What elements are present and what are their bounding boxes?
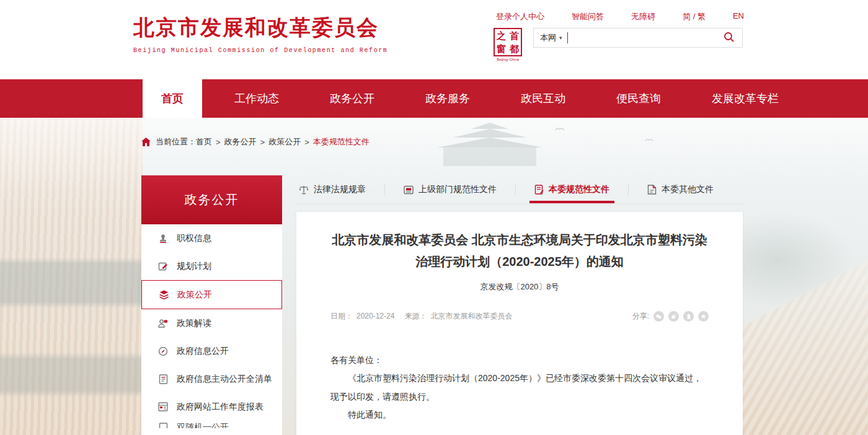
breadcrumb-separator: >: [260, 138, 265, 147]
tab-label: 法律法规规章: [314, 184, 366, 195]
login-personal-center-link[interactable]: 登录个人中心: [496, 11, 544, 22]
smart-qa-link[interactable]: 智能问答: [572, 11, 604, 22]
tab-label: 上级部门规范性文件: [418, 184, 497, 195]
article-date: 2020-12-24: [356, 312, 394, 320]
article-card: 北京市发展和改革委员会 北京市生态环境局关于印发北京市塑料污染治理行动计划（20…: [296, 212, 743, 435]
document-pen-icon: [534, 185, 544, 195]
wechat-share-icon[interactable]: [653, 311, 664, 322]
capital-window-seal[interactable]: 之 首 窗 都 Beijing-China: [492, 28, 524, 61]
seal-char: 窗: [495, 42, 508, 55]
report-table-icon: [157, 402, 169, 413]
layers-icon: [158, 289, 169, 301]
source-label: 来源：: [404, 312, 427, 320]
document-corner-icon: [647, 185, 657, 195]
breadcrumb-gov-disclosure[interactable]: 政务公开: [224, 136, 257, 147]
site-title: 北京市发展和改革委员会: [133, 14, 388, 42]
simplified-traditional-link[interactable]: 简 / 繁: [683, 11, 706, 22]
sidebar-item-label: 职权信息: [177, 233, 211, 244]
main-navigation: 首页 工作动态 政务公开 政务服务 政民互动 便民查询 发展改革专栏: [0, 79, 868, 118]
share-label: 分享:: [632, 311, 649, 322]
weibo-share-icon[interactable]: [668, 311, 679, 322]
nav-item-public-interaction[interactable]: 政民互动: [502, 79, 584, 118]
sidebar-item-annual-website-report[interactable]: 政府网站工作年度报表: [141, 393, 282, 421]
compass-icon: [157, 346, 169, 357]
breadcrumb-separator: >: [216, 138, 221, 147]
chevron-down-icon: ▾: [559, 35, 562, 41]
search-input[interactable]: [573, 29, 722, 47]
tab-divider: [384, 184, 385, 195]
sidebar-item-label: 政策公开: [177, 289, 212, 301]
english-link[interactable]: EN: [733, 11, 744, 22]
nav-item-work-news[interactable]: 工作动态: [216, 79, 298, 118]
breadcrumb-policy-disclosure[interactable]: 政策公开: [268, 136, 301, 147]
bird-icon: [645, 138, 653, 142]
tab-commission-other-docs[interactable]: 本委其他文件: [645, 184, 716, 195]
more-share-icon[interactable]: [698, 311, 709, 322]
seal-char: 之: [495, 29, 508, 42]
document-icon: [157, 422, 169, 428]
tab-label: 本委其他文件: [662, 184, 714, 195]
sidebar-item-label: 双随机一公开: [177, 422, 229, 428]
sidebar-item-proactive-disclosure-list[interactable]: 政府信息主动公开全清单: [141, 365, 282, 393]
nav-item-home[interactable]: 首页: [143, 79, 202, 118]
accessibility-link[interactable]: 无障碍: [631, 11, 655, 22]
article-title: 北京市发展和改革委员会 北京市生态环境局关于印发北京市塑料污染治理行动计划（20…: [330, 229, 709, 273]
tab-divider: [515, 184, 516, 195]
date-label: 日期：: [330, 312, 353, 320]
article-source: 北京市发展和改革委员会: [430, 312, 512, 320]
sidebar-item-authority-info[interactable]: 职权信息: [141, 224, 282, 252]
scales-icon: [299, 185, 309, 195]
sidebar-item-double-random-disclosure[interactable]: 双随机一公开: [141, 421, 282, 428]
search-area: 之 首 窗 都 Beijing-China 本网 ▾: [492, 28, 743, 61]
nav-item-convenient-inquiry[interactable]: 便民查询: [598, 79, 680, 118]
sidebar-item-gov-info-disclosure[interactable]: 政府信息公开: [141, 337, 282, 365]
sidebar-item-label: 政府信息公开: [177, 346, 229, 357]
site-logo[interactable]: 北京市发展和改革委员会 Beijing Municipal Commission…: [133, 14, 388, 54]
sidebar-item-label: 政府网站工作年度报表: [177, 402, 264, 413]
main-content: 法律法规规章 上级部门规范性文件 本委规范性文件 本: [296, 175, 743, 435]
document-number: 京发改规〔2020〕8号: [330, 281, 709, 292]
seal-icon: 之 首 窗 都: [494, 28, 522, 56]
nav-item-reform-special[interactable]: 发展改革专栏: [693, 79, 797, 118]
sidebar-item-label: 政府信息主动公开全清单: [177, 374, 272, 385]
breadcrumb-prefix: 当前位置：: [156, 136, 196, 147]
search-scope-dropdown[interactable]: 本网 ▾: [540, 32, 562, 43]
article-meta-row: 日期：2020-12-24来源：北京市发展和改革委员会 分享:: [330, 311, 709, 328]
paragraph: 各有关单位：: [330, 351, 709, 369]
search-box: 本网 ▾: [533, 28, 743, 48]
sidebar-item-label: 规划计划: [177, 261, 211, 272]
sidebar-item-policy-disclosure[interactable]: 政策公开: [141, 280, 282, 309]
paragraph: 特此通知。: [330, 406, 709, 424]
tab-superior-normative-docs[interactable]: 上级部门规范性文件: [401, 184, 499, 195]
utility-links: 登录个人中心 智能问答 无障碍 简 / 繁 EN: [496, 11, 744, 22]
breadcrumb: 当前位置： 首页 > 政务公开 > 政策公开 > 本委规范性文件: [141, 136, 370, 147]
nav-item-gov-disclosure[interactable]: 政务公开: [311, 79, 393, 118]
site-subtitle: Beijing Municipal Commission of Developm…: [133, 47, 388, 54]
bird-icon: [555, 126, 565, 131]
site-header: 北京市发展和改革委员会 Beijing Municipal Commission…: [0, 0, 868, 79]
home-icon[interactable]: [141, 138, 151, 146]
page: 北京市发展和改革委员会 Beijing Municipal Commission…: [0, 0, 868, 435]
sidebar: 政务公开 职权信息 规划计划 政策公开 政策解读: [141, 175, 282, 435]
search-button[interactable]: [722, 30, 736, 46]
sidebar-item-policy-interpretation[interactable]: 政策解读: [141, 309, 282, 337]
stamp-icon: [157, 233, 169, 244]
qq-share-icon[interactable]: [683, 311, 694, 322]
article-meta: 日期：2020-12-24来源：北京市发展和改革委员会: [330, 311, 516, 322]
tab-label: 本委规范性文件: [549, 184, 609, 195]
breadcrumb-current: 本委规范性文件: [313, 136, 370, 147]
tab-commission-normative-docs[interactable]: 本委规范性文件: [532, 184, 612, 195]
paragraph: 《北京市塑料污染治理行动计划（2020-2025年）》已经市委深改委第十四次会议…: [330, 369, 709, 406]
background-left-roof: [0, 118, 143, 435]
tab-laws-regulations[interactable]: 法律法规规章: [296, 184, 368, 195]
inbox-document-icon: [404, 185, 414, 195]
sidebar-item-planning[interactable]: 规划计划: [141, 252, 282, 280]
breadcrumb-separator: >: [304, 138, 309, 147]
sidebar-title: 政务公开: [141, 175, 282, 224]
nav-item-gov-services[interactable]: 政务服务: [407, 79, 489, 118]
breadcrumb-home[interactable]: 首页: [196, 136, 212, 147]
share-bar: 分享:: [632, 311, 709, 322]
document-list-icon: [157, 374, 169, 385]
seal-char: 都: [508, 42, 521, 55]
search-icon: [724, 32, 735, 43]
